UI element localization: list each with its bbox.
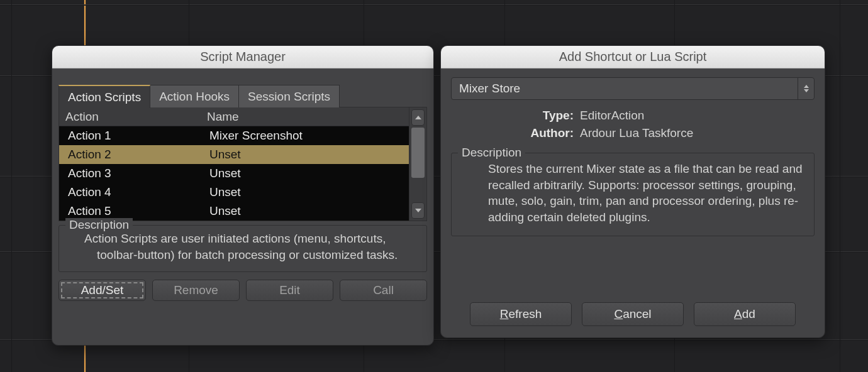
tab-session-scripts[interactable]: Session Scripts xyxy=(239,85,340,107)
script-description-label: Description xyxy=(458,146,525,160)
window-script-manager: Script Manager Action Scripts Action Hoo… xyxy=(52,45,434,346)
add-button[interactable]: Add xyxy=(694,302,796,326)
type-value: EditorAction xyxy=(580,109,644,123)
scroll-up-button[interactable] xyxy=(411,109,425,126)
description-label: Description xyxy=(65,218,133,232)
remove-button[interactable]: Remove xyxy=(152,280,240,301)
chevron-down-icon xyxy=(415,209,421,212)
edit-button[interactable]: Edit xyxy=(246,280,333,301)
titlebar-add-script[interactable]: Add Shortcut or Lua Script xyxy=(441,46,825,68)
cancel-button[interactable]: Cancel xyxy=(582,302,684,326)
author-label: Author: xyxy=(451,126,580,140)
scroll-down-button[interactable] xyxy=(411,202,425,219)
table-row[interactable]: Action 1 Mixer Screenshot xyxy=(59,126,409,145)
scrollbar xyxy=(409,107,426,221)
table-row[interactable]: Action 2 Unset xyxy=(59,145,409,164)
chevron-down-icon xyxy=(804,89,809,92)
tab-action-scripts[interactable]: Action Scripts xyxy=(58,85,150,108)
column-name[interactable]: Name xyxy=(201,110,409,124)
description-text: Action Scripts are user initiated action… xyxy=(97,231,418,263)
author-value: Ardour Lua Taskforce xyxy=(580,126,693,140)
script-description-fieldset: Description Stores the current Mixer sta… xyxy=(451,153,815,236)
window-title: Add Shortcut or Lua Script xyxy=(559,50,707,64)
window-title: Script Manager xyxy=(200,50,286,64)
table-row[interactable]: Action 3 Unset xyxy=(59,164,409,183)
script-description-text: Stores the current Mixer state as a file… xyxy=(488,161,805,226)
chevron-up-icon xyxy=(804,85,809,88)
titlebar-script-manager[interactable]: Script Manager xyxy=(52,46,433,68)
call-button[interactable]: Call xyxy=(340,280,427,301)
add-set-button[interactable]: Add/Set xyxy=(58,280,146,301)
type-label: Type: xyxy=(451,109,580,123)
tabs: Action Scripts Action Hooks Session Scri… xyxy=(58,84,427,107)
scripts-table: Action Name Action 1 Mixer Screenshot Ac… xyxy=(59,107,409,221)
table-row[interactable]: Action 4 Unset xyxy=(59,183,409,202)
column-action[interactable]: Action xyxy=(59,110,201,124)
chevron-up-icon xyxy=(415,116,421,119)
script-select-value: Mixer Store xyxy=(459,82,520,96)
dropdown-handle[interactable] xyxy=(798,78,814,99)
script-select[interactable]: Mixer Store xyxy=(451,77,815,100)
tab-action-hooks[interactable]: Action Hooks xyxy=(150,85,239,107)
refresh-button[interactable]: Refresh xyxy=(470,302,572,326)
scroll-track[interactable] xyxy=(411,128,425,200)
scroll-thumb[interactable] xyxy=(411,128,425,178)
window-add-script: Add Shortcut or Lua Script Mixer Store T… xyxy=(440,45,825,338)
description-fieldset: Description Action Scripts are user init… xyxy=(58,225,427,272)
